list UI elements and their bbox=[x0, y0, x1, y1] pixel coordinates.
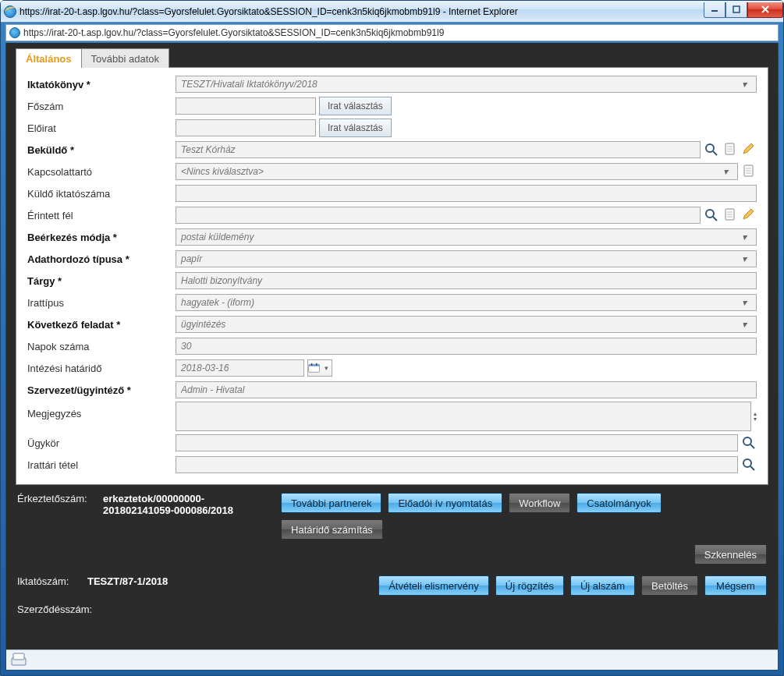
button-betoltes[interactable]: Betöltés bbox=[641, 575, 698, 596]
select-kapcsolattarto-value: <Nincs kiválasztva> bbox=[181, 166, 264, 177]
chevron-down-icon: ▾ bbox=[737, 297, 751, 308]
edit-icon[interactable] bbox=[741, 142, 757, 157]
input-kuldoikt[interactable] bbox=[176, 185, 757, 202]
input-irattari[interactable] bbox=[176, 456, 738, 473]
button-megsem[interactable]: Mégsem bbox=[704, 575, 767, 596]
label-irattari: Irattári tétel bbox=[27, 459, 176, 471]
window-frame: https://irat-20-t.asp.lgov.hu/?class=Gyo… bbox=[0, 0, 784, 676]
input-szerv[interactable] bbox=[176, 381, 757, 398]
value-iktatoszam: TESZT/87-1/2018 bbox=[87, 575, 168, 587]
calendar-button[interactable]: ▾ bbox=[307, 359, 332, 377]
button-eloirat-irat-valasztas[interactable]: Irat választás bbox=[319, 119, 392, 137]
select-irattipus[interactable]: hagyatek - (iform) ▾ bbox=[176, 294, 757, 311]
address-bar[interactable]: https://irat-20-t.asp.lgov.hu/?class=Gyo… bbox=[5, 24, 779, 41]
label-eloirat: Előirat bbox=[27, 122, 176, 134]
input-targy[interactable] bbox=[176, 272, 757, 289]
select-iktatokonyv[interactable]: TESZT/Hivatali Iktatókönyv/2018 ▾ bbox=[176, 76, 757, 93]
select-irattipus-value: hagyatek - (iform) bbox=[181, 297, 254, 308]
button-hatarido-szamitas[interactable]: Határidő számítás bbox=[281, 519, 383, 540]
label-irattipus: Irattípus bbox=[27, 297, 176, 309]
label-megj: Megjegyzés bbox=[27, 402, 176, 419]
chevron-down-icon: ▾ bbox=[737, 253, 751, 264]
url-text: https://irat-20-t.asp.lgov.hu/?class=Gyo… bbox=[23, 27, 444, 38]
tab-tovabbi-adatok[interactable]: További adatok bbox=[81, 48, 169, 68]
button-eloadoi-iv[interactable]: Előadói ív nyomtatás bbox=[388, 493, 502, 513]
ie-icon bbox=[4, 5, 16, 18]
select-beerkezes-value: postai küldemény bbox=[181, 232, 254, 242]
select-beerkezes[interactable]: postai küldemény ▾ bbox=[176, 228, 757, 246]
search-icon[interactable] bbox=[704, 142, 719, 157]
label-iktatokonyv: Iktatókönyv * bbox=[27, 79, 176, 90]
document-icon[interactable] bbox=[722, 142, 738, 157]
search-icon[interactable] bbox=[704, 207, 719, 223]
label-foszam: Főszám bbox=[27, 101, 176, 112]
search-icon[interactable] bbox=[741, 457, 757, 472]
status-bar bbox=[6, 649, 778, 670]
label-ugykor: Ügykör bbox=[27, 437, 176, 449]
button-szkenneles[interactable]: Szkennelés bbox=[694, 544, 767, 565]
document-icon[interactable] bbox=[722, 207, 738, 223]
edit-icon[interactable] bbox=[741, 207, 757, 223]
chevron-down-icon: ▾ bbox=[737, 79, 751, 90]
label-szerv: Szervezet/ügyintéző * bbox=[27, 384, 176, 396]
input-eloirat[interactable] bbox=[176, 119, 316, 136]
button-workflow[interactable]: Workflow bbox=[509, 493, 570, 513]
select-adathordozo-value: papír bbox=[181, 253, 202, 264]
label-szerzodesszam: Szerződésszám: bbox=[17, 603, 111, 615]
window-title: https://irat-20-t.asp.lgov.hu/?class=Gyo… bbox=[20, 6, 704, 17]
select-iktatokonyv-value: TESZT/Hivatali Iktatókönyv/2018 bbox=[181, 79, 318, 90]
label-kuldoikt: Küldő iktatószáma bbox=[27, 188, 176, 200]
label-erintett: Érintett fél bbox=[27, 210, 176, 221]
select-kovfeladat-value: ügyintézés bbox=[181, 319, 225, 330]
chevron-down-icon: ▾ bbox=[737, 232, 751, 242]
button-tovabbi-partnerek[interactable]: További partnerek bbox=[281, 493, 381, 513]
label-targy: Tárgy * bbox=[27, 275, 176, 287]
search-icon[interactable] bbox=[741, 435, 757, 451]
close-button[interactable] bbox=[747, 2, 783, 18]
title-bar: https://irat-20-t.asp.lgov.hu/?class=Gyo… bbox=[1, 1, 783, 23]
input-hatarido[interactable] bbox=[176, 359, 304, 377]
ie-favicon-icon bbox=[9, 27, 20, 38]
footer-area: Érkeztetőszám: erkeztetok/00000000-20180… bbox=[6, 485, 778, 649]
button-atveteli[interactable]: Átvételi elismervény bbox=[378, 575, 489, 596]
tab-strip: Általános További adatok bbox=[6, 43, 778, 67]
label-adathordozo: Adathordozó típusa * bbox=[27, 253, 176, 265]
tab-altalanos[interactable]: Általános bbox=[16, 48, 82, 68]
input-napok[interactable] bbox=[176, 338, 757, 355]
select-kapcsolattarto[interactable]: <Nincs kiválasztva> ▾ bbox=[176, 163, 738, 180]
label-bekuldo: Beküldő * bbox=[27, 144, 176, 156]
textarea-megj[interactable] bbox=[176, 402, 751, 431]
client-area: Általános További adatok Iktatókönyv * T… bbox=[5, 43, 779, 671]
button-foszam-irat-valasztas[interactable]: Irat választás bbox=[319, 97, 392, 115]
button-uj-rogzites[interactable]: Új rögzítés bbox=[495, 575, 564, 596]
label-kapcsolattarto: Kapcsolattartó bbox=[27, 166, 176, 178]
label-hatarido: Intézési határidő bbox=[27, 363, 176, 374]
select-kovfeladat[interactable]: ügyintézés ▾ bbox=[176, 316, 757, 333]
label-erkeztetoszam: Érkeztetőszám: bbox=[17, 493, 103, 504]
button-csatolmanyok[interactable]: Csatolmányok bbox=[576, 493, 661, 513]
label-napok: Napok száma bbox=[27, 341, 176, 352]
chevron-down-icon: ▾ bbox=[321, 364, 332, 372]
button-uj-alszam[interactable]: Új alszám bbox=[570, 575, 635, 596]
minimize-button[interactable] bbox=[704, 2, 725, 18]
chevron-down-icon: ▾ bbox=[718, 166, 733, 177]
label-kovfeladat: Következő feladat * bbox=[27, 319, 176, 331]
value-erkeztetoszam: erkeztetok/00000000-201802141059-000086/… bbox=[103, 493, 275, 516]
label-beerkezes: Beérkezés módja * bbox=[27, 232, 176, 243]
input-bekuldo[interactable] bbox=[176, 141, 701, 158]
form-panel: Iktatókönyv * TESZT/Hivatali Iktatókönyv… bbox=[16, 67, 768, 485]
input-foszam[interactable] bbox=[176, 97, 316, 115]
document-icon[interactable] bbox=[741, 164, 757, 179]
maximize-button[interactable] bbox=[725, 2, 747, 18]
label-iktatoszam: Iktatószám: bbox=[17, 575, 87, 587]
input-erintett[interactable] bbox=[176, 207, 701, 224]
svg-rect-13 bbox=[733, 6, 740, 12]
down-arrow-icon[interactable]: ▾ bbox=[754, 416, 757, 422]
input-ugykor[interactable] bbox=[176, 434, 738, 451]
select-adathordozo[interactable]: papír ▾ bbox=[176, 250, 757, 267]
scanner-icon[interactable] bbox=[11, 652, 27, 668]
chevron-down-icon: ▾ bbox=[737, 319, 751, 330]
